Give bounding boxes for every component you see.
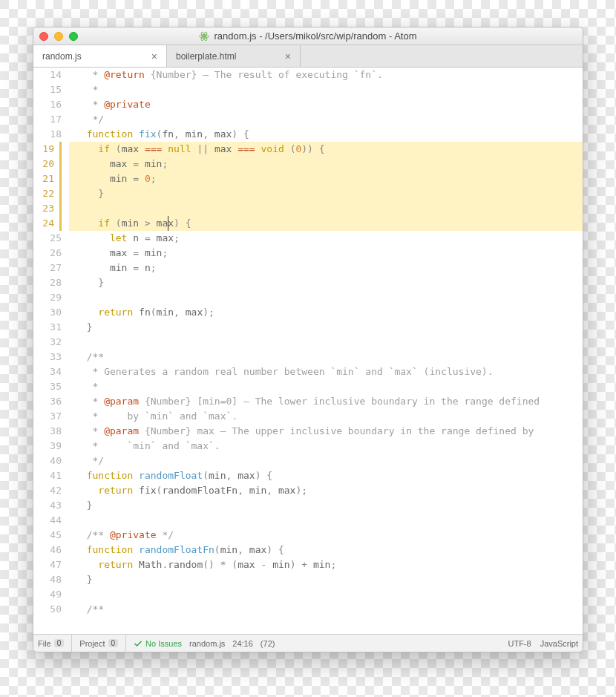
svg-point-0 xyxy=(203,35,206,38)
code-line[interactable] xyxy=(69,513,583,528)
code-line[interactable]: * by `min` and `max`. xyxy=(69,409,583,424)
code-line[interactable]: return fn(min, max); xyxy=(69,305,583,320)
line-number[interactable]: 45 xyxy=(33,528,62,543)
code-line[interactable] xyxy=(69,335,583,350)
line-number[interactable]: 33 xyxy=(33,350,62,364)
status-issues-text: No Issues xyxy=(145,639,182,648)
close-window-button[interactable] xyxy=(39,32,48,41)
line-number[interactable]: 30 xyxy=(33,305,62,320)
status-project-lint[interactable]: Project 0 xyxy=(79,639,118,648)
line-number[interactable]: 19 xyxy=(33,142,62,157)
line-number[interactable]: 48 xyxy=(33,572,62,587)
code-line[interactable]: * Generates a random real number between… xyxy=(69,364,583,379)
status-project-label: Project xyxy=(79,639,105,648)
code-line[interactable]: function randomFloatFn(min, max) { xyxy=(69,543,583,557)
code-line[interactable]: * @param {Number} max – The upper inclus… xyxy=(69,424,583,439)
code-line[interactable] xyxy=(69,587,583,602)
titlebar[interactable]: random.js - /Users/mikol/src/wip/random … xyxy=(33,27,583,45)
status-bar: File 0 Project 0 No Issues random.js 24:… xyxy=(33,634,583,652)
line-number[interactable]: 21 xyxy=(33,171,62,186)
zoom-window-button[interactable] xyxy=(69,32,78,41)
code-line[interactable]: /** @private */ xyxy=(69,528,583,543)
status-issues[interactable]: No Issues xyxy=(134,639,182,648)
status-language[interactable]: JavaScript xyxy=(540,639,578,648)
line-number[interactable]: 39 xyxy=(33,439,62,454)
line-number[interactable]: 37 xyxy=(33,409,62,424)
line-number[interactable]: 32 xyxy=(33,335,62,350)
code-line[interactable]: let n = max; xyxy=(69,231,583,246)
line-number[interactable]: 18 xyxy=(33,127,62,142)
line-number[interactable]: 34 xyxy=(33,364,62,379)
status-file-count: 0 xyxy=(54,639,65,647)
line-number[interactable]: 40 xyxy=(33,454,62,468)
code-line[interactable] xyxy=(69,201,583,216)
line-number[interactable]: 20 xyxy=(33,157,62,171)
line-number[interactable]: 36 xyxy=(33,394,62,409)
code-line[interactable]: * xyxy=(69,379,583,394)
line-number[interactable]: 43 xyxy=(33,498,62,513)
line-number[interactable]: 42 xyxy=(33,483,62,498)
code-line[interactable]: * xyxy=(69,82,583,97)
code-line[interactable]: } xyxy=(69,275,583,290)
code-line[interactable]: } xyxy=(69,572,583,587)
window-title-text: random.js - /Users/mikol/src/wip/random … xyxy=(214,30,416,42)
line-number[interactable]: 46 xyxy=(33,543,62,557)
line-number[interactable]: 25 xyxy=(33,231,62,246)
tab-boilerplate-html[interactable]: boilerplate.html × xyxy=(167,45,301,67)
code-line[interactable]: function fix(fn, min, max) { xyxy=(69,127,583,142)
code-content[interactable]: * @return {Number} – The result of execu… xyxy=(69,68,583,634)
code-line[interactable]: return fix(randomFloatFn, min, max); xyxy=(69,483,583,498)
line-number[interactable]: 50 xyxy=(33,602,62,617)
code-line[interactable]: */ xyxy=(69,112,583,127)
close-tab-icon[interactable]: × xyxy=(285,50,291,62)
line-number-gutter[interactable]: 1415161718192021222324252627282930313233… xyxy=(33,68,69,634)
code-line[interactable]: return Math.random() * (max - min) + min… xyxy=(69,557,583,572)
code-line[interactable]: * @param {Number} [min=0] – The lower in… xyxy=(69,394,583,409)
status-encoding[interactable]: UTF-8 xyxy=(508,639,531,648)
minimize-window-button[interactable] xyxy=(54,32,63,41)
tab-bar: random.js × boilerplate.html × xyxy=(33,45,583,68)
code-line[interactable]: function randomFloat(min, max) { xyxy=(69,468,583,483)
code-line[interactable]: * @return {Number} – The result of execu… xyxy=(69,68,583,82)
status-cursor-position[interactable]: 24:16 xyxy=(232,639,253,648)
code-line[interactable] xyxy=(69,290,583,305)
line-number[interactable]: 44 xyxy=(33,513,62,528)
line-number[interactable]: 35 xyxy=(33,379,62,394)
tab-random-js[interactable]: random.js × xyxy=(33,45,167,67)
line-number[interactable]: 28 xyxy=(33,275,62,290)
line-number[interactable]: 41 xyxy=(33,468,62,483)
line-number[interactable]: 14 xyxy=(33,68,62,82)
line-number[interactable]: 15 xyxy=(33,82,62,97)
code-line[interactable]: * @private xyxy=(69,97,583,112)
tab-label: boilerplate.html xyxy=(176,51,236,62)
code-line[interactable]: } xyxy=(69,186,583,201)
code-line[interactable]: */ xyxy=(69,454,583,468)
close-tab-icon[interactable]: × xyxy=(151,50,157,62)
code-line[interactable]: } xyxy=(69,320,583,335)
code-line[interactable]: min = 0; xyxy=(69,171,583,186)
line-number[interactable]: 31 xyxy=(33,320,62,335)
line-number[interactable]: 24 xyxy=(33,216,62,231)
line-number[interactable]: 17 xyxy=(33,112,62,127)
status-file-lint[interactable]: File 0 xyxy=(38,639,64,648)
line-number[interactable]: 27 xyxy=(33,261,62,275)
code-line[interactable]: * `min` and `max`. xyxy=(69,439,583,454)
line-number[interactable]: 29 xyxy=(33,290,62,305)
code-line[interactable]: /** xyxy=(69,350,583,364)
line-number[interactable]: 22 xyxy=(33,186,62,201)
editor-area[interactable]: 1415161718192021222324252627282930313233… xyxy=(33,68,583,634)
line-number[interactable]: 16 xyxy=(33,97,62,112)
line-number[interactable]: 38 xyxy=(33,424,62,439)
line-number[interactable]: 49 xyxy=(33,587,62,602)
code-line[interactable]: max = min; xyxy=(69,157,583,171)
code-line[interactable]: /** xyxy=(69,602,583,617)
line-number[interactable]: 47 xyxy=(33,557,62,572)
line-number[interactable]: 23 xyxy=(33,201,62,216)
code-line[interactable]: min = n; xyxy=(69,261,583,275)
code-line[interactable]: if (max === null || max === void (0)) { xyxy=(69,142,583,157)
status-filename[interactable]: random.js xyxy=(189,639,225,648)
code-line[interactable]: if (min > max) { xyxy=(69,216,583,231)
code-line[interactable]: } xyxy=(69,498,583,513)
line-number[interactable]: 26 xyxy=(33,246,62,261)
code-line[interactable]: max = min; xyxy=(69,246,583,261)
